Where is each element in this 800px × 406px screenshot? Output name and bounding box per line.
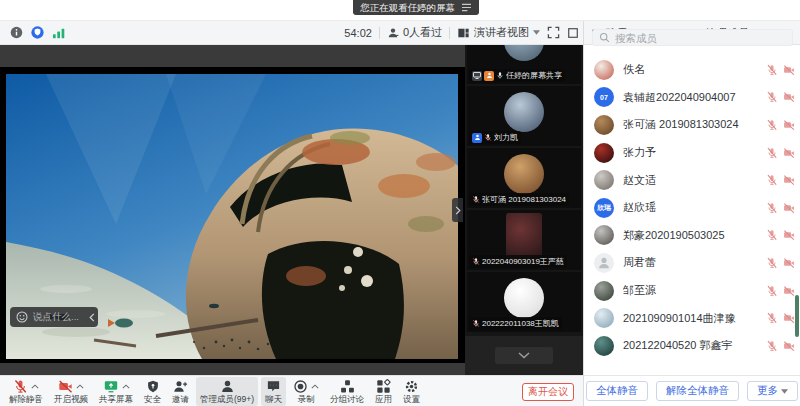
chat-input-placeholder[interactable]: 说点什么... <box>33 311 79 324</box>
video-thumbnail[interactable]: 刘力凯 <box>467 86 581 146</box>
thumbnail-mic-icon <box>472 257 480 266</box>
meeting-security-shield-icon[interactable] <box>31 26 44 39</box>
viewers-icon <box>387 27 399 39</box>
video-letterbox-top <box>0 45 465 67</box>
thumbnail-collapse-handle[interactable] <box>452 198 463 222</box>
member-camera-off-icon[interactable] <box>783 340 795 352</box>
video-thumbnail[interactable]: 任婷的屏幕共享 <box>467 45 581 84</box>
network-signal-icon[interactable] <box>52 27 66 39</box>
screen-share-icon <box>103 379 119 394</box>
member-camera-off-icon[interactable] <box>783 174 795 186</box>
view-mode-selector[interactable]: 演讲者视图 <box>457 25 540 40</box>
member-row[interactable]: 张力予 <box>584 139 800 167</box>
toolbar-button-chat[interactable]: 聊天 <box>261 377 286 406</box>
mute-all-button[interactable]: 全体静音 <box>586 381 648 401</box>
toolbar-button-security-shield[interactable]: 安全 <box>140 377 165 406</box>
thumbnails-scroll-down-button[interactable] <box>495 347 553 364</box>
camera-off-icon <box>58 379 73 394</box>
member-mic-off-icon[interactable] <box>766 119 778 131</box>
chevron-up-icon[interactable] <box>311 384 319 389</box>
participant-avatar <box>504 154 544 194</box>
more-button[interactable]: 更多 <box>747 381 798 401</box>
participant-name: 张可涵 2019081303024 <box>482 194 566 205</box>
apps-icon <box>376 379 391 394</box>
fullscreen-icon[interactable] <box>547 26 560 39</box>
view-mode-text: 演讲者视图 <box>474 25 529 40</box>
member-camera-off-icon[interactable] <box>783 202 795 214</box>
toolbar-label: 设置 <box>403 394 420 404</box>
toolbar-button-camera-off[interactable]: 开启视频 <box>50 377 92 406</box>
toolbar-button-apps[interactable]: 应用 <box>371 377 396 406</box>
member-mic-off-icon[interactable] <box>766 147 778 159</box>
member-row[interactable]: 郑豪2020190503025 <box>584 222 800 250</box>
chevron-left-icon[interactable] <box>89 313 95 322</box>
member-camera-off-icon[interactable] <box>783 312 795 324</box>
unmute-all-button[interactable]: 解除全体静音 <box>656 381 739 401</box>
toolbar-button-screen-share[interactable]: 共享屏幕 <box>95 377 137 406</box>
chevron-up-icon[interactable] <box>76 384 84 389</box>
participant-name: 2022040903019王严慈 <box>482 256 564 267</box>
member-search[interactable] <box>592 29 793 46</box>
video-thumbnail[interactable]: 张可涵 2019081303024 <box>467 148 581 208</box>
toolbar-button-settings[interactable]: 设置 <box>399 377 424 406</box>
member-camera-off-icon[interactable] <box>783 285 795 297</box>
member-mic-off-icon[interactable] <box>766 285 778 297</box>
viewers-count[interactable]: 0人看过 <box>387 25 442 40</box>
member-mic-off-icon[interactable] <box>766 91 778 103</box>
participant-name: 202222011038王凯凯 <box>482 318 559 329</box>
leave-meeting-button[interactable]: 离开会议 <box>522 383 574 401</box>
member-camera-off-icon[interactable] <box>783 257 795 269</box>
toolbar-button-record[interactable]: 录制 <box>289 377 323 406</box>
member-avatar <box>594 143 614 163</box>
toolbar-button-invite[interactable]: 邀请 <box>168 377 193 406</box>
member-row[interactable]: 周君蕾 <box>584 249 800 277</box>
member-camera-off-icon[interactable] <box>783 229 795 241</box>
member-camera-off-icon[interactable] <box>783 119 795 131</box>
toolbar-label: 共享屏幕 <box>99 394 133 404</box>
chevron-up-icon[interactable] <box>31 384 39 389</box>
toolbar-button-mic-off[interactable]: 解除静音 <box>5 377 47 406</box>
caret-down-icon <box>533 30 540 35</box>
thumbnails-more-bar <box>465 336 583 375</box>
tooltip-menu-icon[interactable] <box>461 3 472 12</box>
thumbnail-mic-icon <box>496 71 504 80</box>
layout-icon <box>457 27 470 39</box>
member-row[interactable]: 佚名 <box>584 56 800 84</box>
member-mic-off-icon[interactable] <box>766 257 778 269</box>
member-camera-off-icon[interactable] <box>783 64 795 76</box>
video-thumbnail[interactable]: 202222011038王凯凯 <box>467 272 581 332</box>
member-mic-off-icon[interactable] <box>766 64 778 76</box>
member-mic-off-icon[interactable] <box>766 174 778 186</box>
member-row[interactable]: 07 袁辅超2022040904007 <box>584 84 800 112</box>
member-avatar <box>594 253 614 273</box>
toolbar-label: 解除静音 <box>9 394 43 404</box>
toolbar-button-breakout[interactable]: 分组讨论 <box>326 377 368 406</box>
member-avatar <box>594 170 614 190</box>
member-row[interactable]: 邹至源 <box>584 277 800 305</box>
member-mic-off-icon[interactable] <box>766 229 778 241</box>
member-name: 赵欣瑶 <box>623 200 766 215</box>
member-search-input[interactable] <box>615 32 775 44</box>
member-row[interactable]: 欣瑶 赵欣瑶 <box>584 194 800 222</box>
scrollbar-thumb[interactable] <box>795 295 799 337</box>
member-row[interactable]: 张可涵 2019081303024 <box>584 111 800 139</box>
member-row[interactable]: 202122040520 郭鑫宇 <box>584 332 800 360</box>
member-row[interactable]: 2021090901014曲津豫 <box>584 304 800 332</box>
member-mic-off-icon[interactable] <box>766 312 778 324</box>
member-name: 佚名 <box>623 62 766 77</box>
video-thumbnail[interactable]: 2022040903019王严慈 <box>467 210 581 270</box>
member-avatar <box>594 281 614 301</box>
member-mic-off-icon[interactable] <box>766 340 778 352</box>
toolbar-button-members[interactable]: 管理成员(99+) <box>196 377 258 406</box>
info-icon[interactable] <box>10 26 23 39</box>
member-mic-off-icon[interactable] <box>766 202 778 214</box>
video-chat-overlay[interactable]: 说点什么... <box>10 307 98 327</box>
window-layout-icon[interactable] <box>567 27 579 39</box>
member-avatar <box>594 308 614 328</box>
member-camera-off-icon[interactable] <box>783 147 795 159</box>
member-row[interactable]: 赵文适 <box>584 166 800 194</box>
chevron-up-icon[interactable] <box>122 384 130 389</box>
member-camera-off-icon[interactable] <box>783 91 795 103</box>
thumbnail-mic-icon <box>472 319 480 328</box>
emoji-smiley-icon[interactable] <box>16 311 28 323</box>
